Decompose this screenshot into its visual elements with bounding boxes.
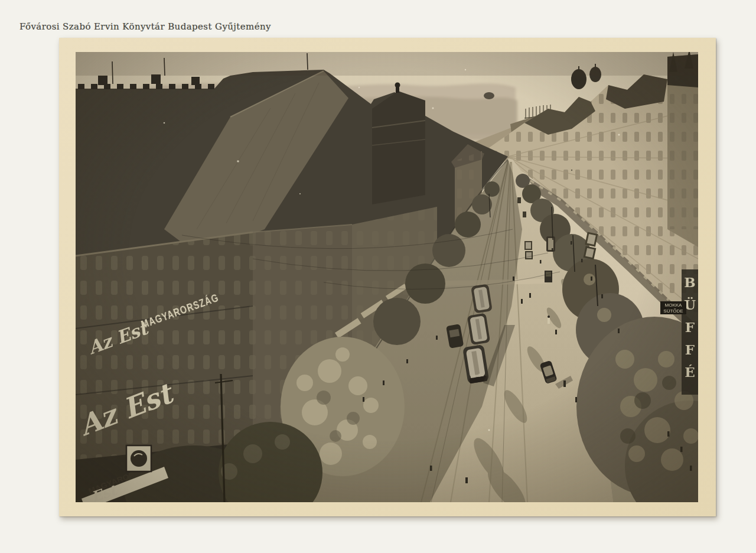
photograph: DelKa — [76, 52, 698, 502]
library-watermark: Fővárosi Szabó Ervin Könyvtár Budapest G… — [19, 21, 271, 32]
vignette — [76, 52, 698, 502]
scan-page: { "page": { "background_color": "#f3f2ec… — [0, 0, 756, 553]
photo-paper-border: DelKa — [59, 38, 716, 516]
photo-scene: DelKa — [76, 52, 698, 502]
